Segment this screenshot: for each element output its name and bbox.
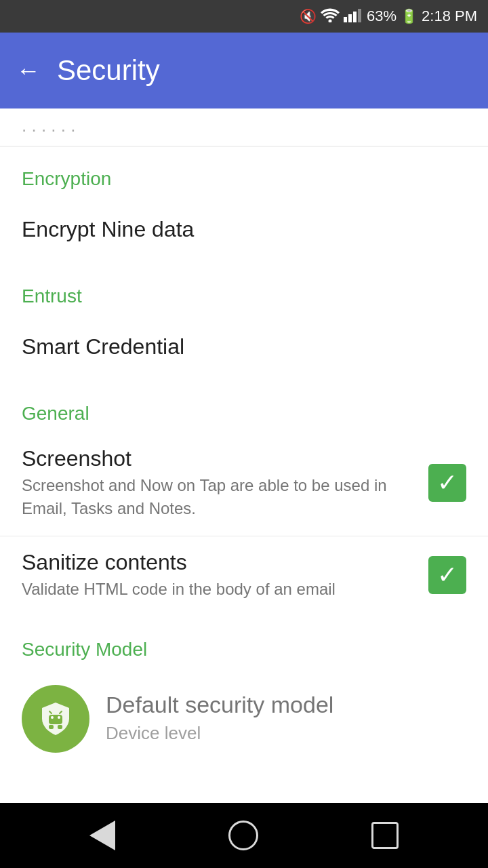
back-button[interactable]: ← (16, 58, 41, 83)
screenshot-label: Screenshot (22, 446, 412, 471)
status-icons: 🔇 63% 🔋 2:18 PM (300, 7, 477, 26)
default-security-model-item[interactable]: Default security model Device level (0, 669, 488, 769)
default-security-model-sublabel: Device level (106, 721, 333, 745)
svg-point-7 (58, 716, 60, 719)
battery-icon: 🔋 (401, 8, 418, 24)
smart-credential-label: Smart Credential (22, 334, 466, 359)
svg-rect-2 (348, 14, 352, 22)
svg-rect-10 (49, 725, 54, 729)
entrust-section-header: Entrust (0, 264, 488, 315)
entrust-section: Entrust Smart Credential (0, 264, 488, 381)
checkmark-icon: ✓ (437, 471, 458, 495)
nav-recents-button[interactable] (371, 822, 399, 849)
mute-icon: 🔇 (300, 8, 317, 24)
sanitize-description: Validate HTML code in the body of an ema… (22, 578, 412, 601)
svg-rect-4 (358, 9, 361, 22)
sanitize-checkbox[interactable]: ✓ (428, 556, 466, 594)
screenshot-description: Screenshot and Now on Tap are able to be… (22, 474, 412, 519)
status-bar: 🔇 63% 🔋 2:18 PM (0, 0, 488, 33)
security-model-title: Security Model (22, 639, 147, 660)
page-title: Security (57, 54, 160, 87)
shield-icon (37, 700, 75, 738)
nav-back-button[interactable] (89, 821, 115, 850)
sanitize-text: Sanitize contents Validate HTML code in … (22, 550, 428, 601)
navigation-bar (0, 803, 488, 868)
security-model-header: Security Model (0, 617, 488, 669)
svg-rect-1 (344, 17, 347, 22)
svg-rect-5 (49, 715, 62, 724)
default-security-model-label: Default security model (106, 692, 333, 718)
encrypt-nine-data-label: Encrypt Nine data (22, 217, 466, 242)
svg-point-0 (329, 19, 332, 22)
svg-rect-11 (58, 725, 62, 729)
security-model-section: Security Model (0, 617, 488, 769)
battery-percent: 63% (367, 7, 396, 25)
smart-credential-item[interactable]: Smart Credential (0, 315, 488, 381)
screenshot-item[interactable]: Screenshot Screenshot and Now on Tap are… (0, 433, 488, 536)
svg-rect-3 (353, 12, 357, 22)
entrust-title: Entrust (22, 285, 82, 307)
sanitize-label: Sanitize contents (22, 550, 412, 575)
encryption-section-header: Encryption (0, 146, 488, 198)
screenshot-text: Screenshot Screenshot and Now on Tap are… (22, 446, 428, 519)
svg-point-6 (51, 716, 54, 719)
partial-label: · · · · · · (22, 119, 75, 140)
encryption-section: Encryption Encrypt Nine data (0, 146, 488, 264)
general-section: General Screenshot Screenshot and Now on… (0, 381, 488, 617)
encryption-title: Encryption (22, 168, 111, 189)
shield-icon-container (22, 685, 89, 753)
nav-home-button[interactable] (228, 821, 258, 850)
general-title: General (22, 403, 89, 424)
app-bar: ← Security (0, 33, 488, 108)
screenshot-checkbox[interactable]: ✓ (428, 464, 466, 502)
sanitize-contents-item[interactable]: Sanitize contents Validate HTML code in … (0, 536, 488, 617)
security-model-text: Default security model Device level (106, 692, 333, 745)
general-section-header: General (0, 381, 488, 433)
checkmark-icon-2: ✓ (437, 563, 458, 587)
clock: 2:18 PM (422, 7, 477, 25)
signal-icon (344, 7, 363, 26)
partial-top-section: · · · · · · (0, 108, 488, 146)
content-area: · · · · · · Encryption Encrypt Nine data… (0, 108, 488, 803)
encrypt-nine-data-item[interactable]: Encrypt Nine data (0, 198, 488, 264)
wifi-icon (321, 7, 340, 26)
